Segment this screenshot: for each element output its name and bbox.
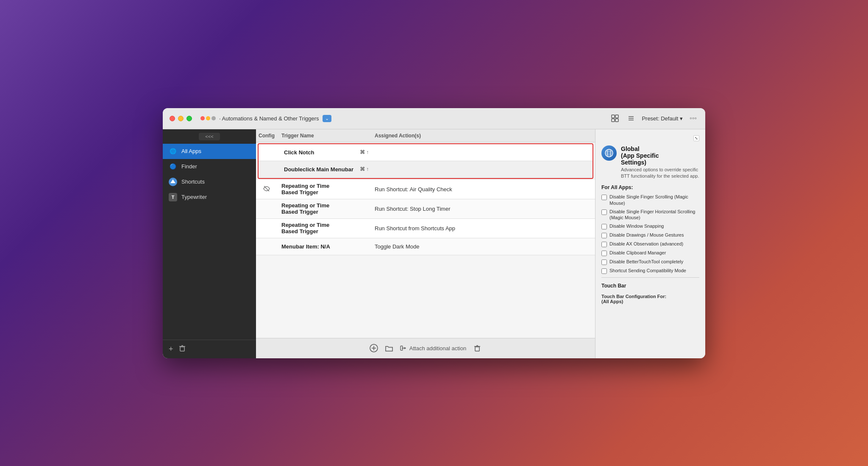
sidebar-item-typewriter[interactable]: T Typewriter — [163, 190, 256, 205]
disable-window-snapping-checkbox[interactable] — [601, 224, 607, 229]
disable-clipboard-manager-checkbox[interactable] — [601, 251, 607, 256]
disable-btt-completely-checkbox[interactable] — [601, 260, 607, 265]
attach-action-button[interactable]: Attach additional action — [400, 345, 466, 352]
checkbox-row: Disable Single Finger Horizontal Scrolli… — [601, 209, 699, 221]
svg-rect-1 — [615, 115, 618, 118]
svg-rect-0 — [612, 115, 615, 118]
row-action-3: Run Shortcut: Air Quality Check — [370, 183, 595, 196]
typewriter-icon: T — [169, 193, 177, 201]
grid-icon — [611, 114, 619, 122]
table-row[interactable]: Doubleclick Main Menubar ⌘ ↑ — [259, 161, 593, 178]
content-area: Config Trigger Name Assigned Action(s) C… — [256, 129, 595, 358]
expand-button[interactable]: ⤡ — [693, 135, 699, 141]
close-button[interactable] — [170, 116, 175, 121]
traffic-lights — [170, 116, 192, 121]
right-panel-header: ⤡ — [601, 135, 699, 141]
shortcut-sending-checkbox[interactable] — [601, 268, 607, 274]
right-panel-title-block: Global(App SpecificSettings) Advanced op… — [621, 145, 699, 180]
touch-bar-config-label: Touch Bar Configuration For:(All Apps) — [601, 294, 699, 304]
row-action-4: Run Shortcut: Stop Long Timer — [370, 202, 595, 215]
row-action-2 — [373, 166, 593, 173]
trigger-name-6: Menubar Item: N/A — [281, 243, 330, 250]
attach-icon — [400, 345, 407, 352]
preset-button[interactable]: Preset: Default ▾ — [642, 115, 683, 122]
svg-rect-2 — [612, 119, 615, 122]
delete-app-button[interactable] — [178, 344, 186, 354]
minimize-button[interactable] — [178, 116, 184, 121]
disable-single-finger-scroll-checkbox[interactable] — [601, 195, 607, 200]
sidebar-item-finder[interactable]: 🔵 Finder — [163, 159, 256, 174]
sidebar-item-shortcuts[interactable]: Shortcuts — [163, 174, 256, 190]
trigger-name-1: Click Notch — [284, 149, 314, 156]
dot-gray — [211, 116, 216, 120]
checkbox-row: Disable Single Finger Scrolling (Magic M… — [601, 194, 699, 206]
folder-button[interactable] — [385, 344, 393, 352]
checkbox-row: Disable Clipboard Manager — [601, 250, 699, 256]
row-trigger-5: Repeating or Time Based Trigger — [277, 219, 370, 237]
right-panel-description: Advanced options to override specific BT… — [621, 167, 699, 180]
shortcuts-label: Shortcuts — [181, 179, 205, 185]
right-panel-title-row: Global(App SpecificSettings) Advanced op… — [601, 145, 699, 180]
sidebar-nav: <<< — [163, 129, 256, 144]
disable-window-snapping-label: Disable Window Snapping — [609, 223, 664, 229]
more-options-button[interactable]: ◦◦◦ — [688, 113, 698, 124]
row-config-3 — [256, 185, 277, 193]
row-trigger-4: Repeating or Time Based Trigger — [277, 200, 370, 218]
trigger-name-2: Doubleclick Main Menubar — [284, 166, 353, 173]
list-icon — [627, 114, 635, 122]
table-row[interactable]: Repeating or Time Based Trigger Run Shor… — [256, 219, 595, 238]
disable-single-finger-horizontal-label: Disable Single Finger Horizontal Scrolli… — [609, 209, 699, 221]
trash-footer-icon — [473, 344, 481, 352]
globe-icon — [601, 145, 617, 161]
shortcuts-icon — [169, 178, 177, 186]
checkbox-row: Shortcut Sending Compatibility Mode — [601, 268, 699, 274]
table-row[interactable]: Click Notch ⌘ ↑ — [259, 144, 593, 161]
disable-drawings-checkbox[interactable] — [601, 233, 607, 238]
sidebar-bottom: + — [163, 340, 256, 358]
svg-rect-16 — [475, 347, 479, 351]
row-action-5: Run Shortcut from Shortcuts App — [370, 222, 595, 235]
all-apps-label: All Apps — [181, 148, 201, 154]
attach-label: Attach additional action — [409, 345, 466, 352]
checkbox-row: Disable Drawings / Mouse Gestures — [601, 232, 699, 238]
dot-red — [200, 116, 205, 120]
row-action-6: Toggle Dark Mode — [370, 240, 595, 253]
shortcut-1: ⌘ ↑ — [360, 149, 369, 155]
svg-rect-3 — [615, 119, 618, 122]
grid-view-button[interactable] — [609, 113, 620, 124]
add-icon — [370, 344, 378, 352]
delete-trigger-button[interactable] — [473, 344, 481, 352]
list-view-button[interactable] — [626, 113, 637, 124]
back-button[interactable]: <<< — [199, 133, 220, 140]
right-panel-title: Global(App SpecificSettings) — [621, 145, 699, 166]
row-trigger-6: Menubar Item: N/A — [277, 240, 370, 253]
table-row[interactable]: Repeating or Time Based Trigger Run Shor… — [256, 199, 595, 219]
for-all-apps-label: For All Apps: — [601, 184, 699, 190]
disable-ax-observation-label: Disable AX Observation (advanced) — [609, 241, 683, 247]
table-header: Config Trigger Name Assigned Action(s) — [256, 129, 595, 142]
touch-bar-label: Touch Bar — [601, 283, 699, 289]
dot-yellow — [206, 116, 210, 120]
disable-ax-observation-checkbox[interactable] — [601, 242, 607, 247]
row-action-1 — [373, 149, 593, 156]
sidebar-item-all-apps[interactable]: 🌐 All Apps — [163, 144, 256, 159]
col-action-header: Assigned Action(s) — [370, 133, 595, 139]
table-footer: Attach additional action — [256, 338, 595, 358]
finder-icon: 🔵 — [169, 162, 177, 171]
checkbox-row: Disable AX Observation (advanced) — [601, 241, 699, 247]
disable-single-finger-horizontal-checkbox[interactable] — [601, 209, 607, 215]
shortcut-sending-label: Shortcut Sending Compatibility Mode — [609, 268, 686, 273]
maximize-button[interactable] — [186, 116, 192, 121]
table-row[interactable]: Menubar Item: N/A Toggle Dark Mode — [256, 238, 595, 255]
table-row[interactable]: Repeating or Time Based Trigger Run Shor… — [256, 180, 595, 199]
table-body: Click Notch ⌘ ↑ Doubleclick Main Menubar… — [256, 142, 595, 338]
folder-icon — [385, 344, 393, 352]
trigger-dropdown[interactable]: ⌄ — [323, 115, 331, 122]
add-app-button[interactable]: + — [169, 344, 173, 354]
add-trigger-button[interactable] — [370, 344, 378, 352]
shortcut-2: ⌘ ↑ — [360, 166, 369, 172]
checkbox-row: Disable Window Snapping — [601, 223, 699, 229]
main-window: · Automations & Named & Other Triggers ⌄ — [163, 108, 705, 358]
titlebar-right: Preset: Default ▾ ◦◦◦ — [609, 113, 698, 124]
disable-single-finger-scroll-label: Disable Single Finger Scrolling (Magic M… — [609, 194, 699, 206]
